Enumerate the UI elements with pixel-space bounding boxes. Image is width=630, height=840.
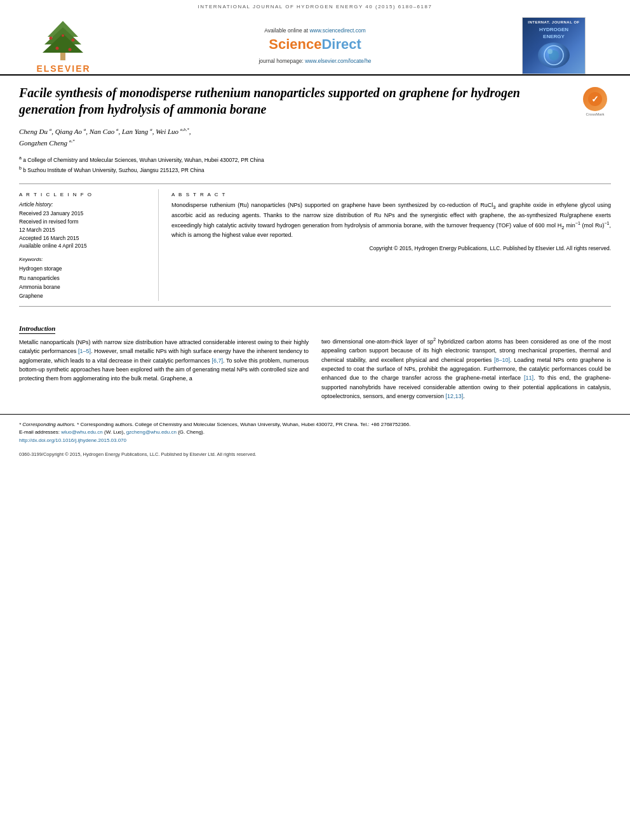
journal-header-bar: INTERNATIONAL JOURNAL OF HYDROGEN ENERGY… — [0, 0, 630, 12]
page-header: ELSEVIER Available online at www.science… — [0, 12, 630, 76]
svg-rect-0 — [60, 53, 65, 60]
email-addresses: E-mail addresses: wluo@whu.edu.cn (W. Lu… — [19, 429, 611, 437]
article-info-abstract-section: A R T I C L E I N F O Article history: R… — [0, 189, 630, 301]
author-nan-cao: Nan Cao — [90, 128, 114, 135]
svg-point-11 — [547, 49, 553, 54]
journal-cover-area: Internat. Journal of HYDROGEN ENERGY — [522, 17, 611, 74]
svg-point-7 — [69, 48, 72, 51]
abstract-text: Monodisperse ruthenium (Ru) nanoparticle… — [171, 201, 611, 240]
cover-title-line1: Internat. Journal of — [528, 20, 579, 25]
footnotes-section: * Corresponding authors. * Corresponding… — [0, 414, 630, 449]
keyword-2: Ru nanoparticles — [19, 274, 148, 283]
copyright-text: Copyright © 2015, Hydrogen Energy Public… — [171, 245, 611, 253]
crossmark-label: CrossMark — [586, 112, 604, 116]
article-info-column: A R T I C L E I N F O Article history: R… — [19, 189, 159, 301]
affiliation-a: a a College of Chemistry and Molecular S… — [19, 155, 611, 164]
sciencedirect-url[interactable]: www.sciencedirect.com — [309, 27, 365, 34]
author-cheng-du: Cheng Du — [19, 128, 48, 135]
email-wluo[interactable]: wluo@whu.edu.cn — [61, 429, 103, 435]
journal-info-text: INTERNATIONAL JOURNAL OF HYDROGEN ENERGY… — [198, 4, 432, 10]
keyword-3: Ammonia borane — [19, 283, 148, 291]
abstract-heading: A B S T R A C T — [171, 192, 611, 197]
author-qiang-ao: Qiang Ao — [55, 128, 82, 135]
divider-abstract-intro — [19, 306, 611, 307]
available-online-date: Available online 4 April 2015 — [19, 242, 148, 250]
introduction-heading: Introduction — [19, 324, 55, 334]
sciencedirect-info: Available online at www.sciencedirect.co… — [108, 27, 522, 64]
affiliation-b: b b Suzhou Institute of Wuhan University… — [19, 165, 611, 175]
journal-homepage-text: journal homepage: www.elsevier.com/locat… — [121, 58, 509, 64]
svg-text:✓: ✓ — [591, 94, 599, 104]
email-gzcheng[interactable]: gzcheng@whu.edu.cn — [126, 429, 177, 435]
introduction-right-text: two dimensional one-atom-thick layer of … — [321, 336, 611, 401]
crossmark-area[interactable]: ✓ CrossMark — [579, 87, 611, 116]
issn-copyright: 0360-3199/Copyright © 2015, Hydrogen Ene… — [19, 451, 257, 457]
keywords-heading: Keywords: — [19, 257, 148, 262]
article-history-label: Article history: — [19, 201, 148, 208]
expected-word: expected — [321, 366, 345, 372]
available-online-text: Available online at www.sciencedirect.co… — [121, 27, 509, 34]
affiliations-block: a a College of Chemistry and Molecular S… — [0, 152, 630, 178]
svg-point-8 — [62, 34, 64, 37]
sciencedirect-logo: ScienceDirect — [121, 36, 509, 53]
abstract-column: A B S T R A C T Monodisperse ruthenium (… — [171, 189, 611, 301]
authors-line: Cheng Du a, Qiang Ao a, Nan Cao a, Lan Y… — [0, 124, 630, 152]
received-date: Received 23 January 2015 — [19, 210, 148, 218]
author-wei-luo: Wei Luo — [156, 128, 178, 135]
keywords-section: Keywords: Hydrogen storage Ru nanopartic… — [19, 257, 148, 301]
introduction-left-column: Introduction Metallic nanoparticals (NPs… — [19, 324, 309, 401]
received-revised-date: 12 March 2015 — [19, 226, 148, 234]
divider-affiliations — [19, 183, 611, 184]
cover-title-line2: HYDROGEN — [539, 27, 568, 33]
cover-title-line3: ENERGY — [543, 34, 565, 40]
article-title: Facile synthesis of monodisperse rutheni… — [19, 84, 579, 117]
svg-point-6 — [56, 47, 59, 50]
keyword-4: Graphene — [19, 291, 148, 300]
elsevier-logo-area: ELSEVIER — [19, 18, 108, 74]
received-revised-label: Received in revised form — [19, 218, 148, 226]
elsevier-brand-text: ELSEVIER — [36, 63, 90, 74]
corresponding-author-note: * Corresponding authors. * Corresponding… — [19, 421, 611, 429]
cover-illustration — [538, 43, 570, 68]
main-content-area: Introduction Metallic nanoparticals (NPs… — [0, 312, 630, 408]
article-info-heading: A R T I C L E I N F O — [19, 192, 148, 197]
author-lan-yang: Lan Yang — [122, 128, 148, 135]
author-gongzhen-cheng: Gongzhen Cheng — [19, 139, 67, 147]
journal-homepage-url[interactable]: www.elsevier.com/locate/he — [305, 58, 371, 64]
doi-url[interactable]: http://dx.doi.org/10.1016/j.ijhydene.201… — [19, 437, 126, 443]
crossmark-icon[interactable]: ✓ — [583, 87, 607, 111]
footer-issn-bar: 0360-3199/Copyright © 2015, Hydrogen Ene… — [0, 449, 630, 460]
journal-cover-image: Internat. Journal of HYDROGEN ENERGY — [522, 17, 586, 74]
doi-link: http://dx.doi.org/10.1016/j.ijhydene.201… — [19, 437, 611, 445]
article-title-section: Facile synthesis of monodisperse rutheni… — [0, 76, 630, 124]
accepted-date: Accepted 16 March 2015 — [19, 234, 148, 243]
cover-svg-icon — [541, 44, 566, 67]
keyword-1: Hydrogen storage — [19, 264, 148, 273]
introduction-right-column: two dimensional one-atom-thick layer of … — [321, 324, 611, 401]
introduction-left-text: Metallic nanoparticals (NPs) with narrow… — [19, 338, 309, 383]
svg-point-5 — [72, 39, 75, 42]
svg-point-4 — [50, 37, 53, 40]
elsevier-tree-icon — [35, 18, 92, 62]
